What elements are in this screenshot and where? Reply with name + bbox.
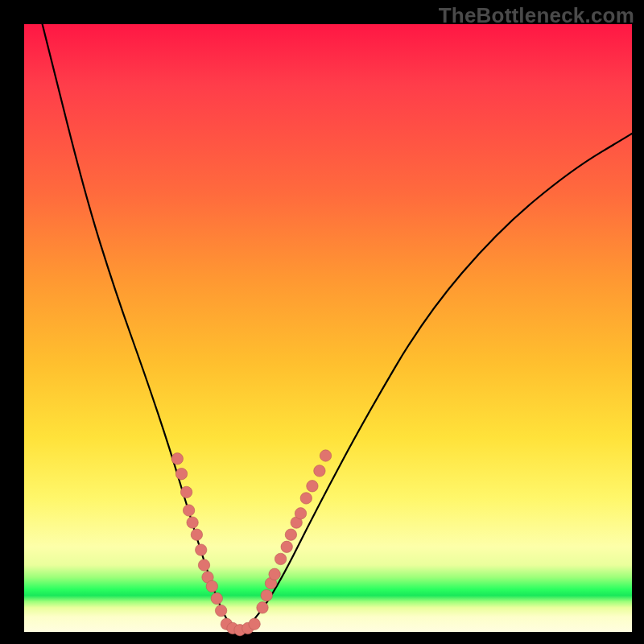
data-point-dot: [180, 486, 192, 497]
data-point-dot: [206, 580, 217, 592]
data-point-dot: [249, 618, 260, 630]
curve-dots-left: [171, 453, 227, 617]
data-point-dot: [175, 469, 187, 480]
curve-dots-bottom: [221, 618, 260, 636]
data-point-dot: [275, 553, 286, 564]
bottleneck-curve-svg: [24, 24, 632, 632]
data-point-dot: [257, 602, 268, 613]
watermark-text: TheBottleneck.com: [439, 3, 634, 28]
data-point-dot: [261, 590, 272, 601]
bottleneck-curve: [43, 24, 632, 630]
data-point-dot: [187, 517, 198, 528]
data-point-dot: [183, 505, 194, 516]
data-point-dot: [171, 453, 183, 464]
data-point-dot: [285, 529, 296, 540]
curve-dots-right: [257, 450, 332, 613]
data-point-dot: [295, 508, 306, 519]
data-point-dot: [211, 592, 222, 604]
data-point-dot: [314, 465, 325, 477]
data-point-dot: [269, 568, 280, 580]
data-point-dot: [320, 450, 331, 461]
data-point-dot: [307, 481, 318, 492]
plot-area: [24, 24, 632, 632]
data-point-dot: [281, 541, 292, 552]
data-point-dot: [300, 493, 312, 504]
data-point-dot: [198, 559, 209, 571]
data-point-dot: [215, 605, 226, 616]
chart-stage: TheBottleneck.com: [0, 0, 644, 644]
data-point-dot: [196, 544, 207, 555]
data-point-dot: [191, 529, 202, 540]
